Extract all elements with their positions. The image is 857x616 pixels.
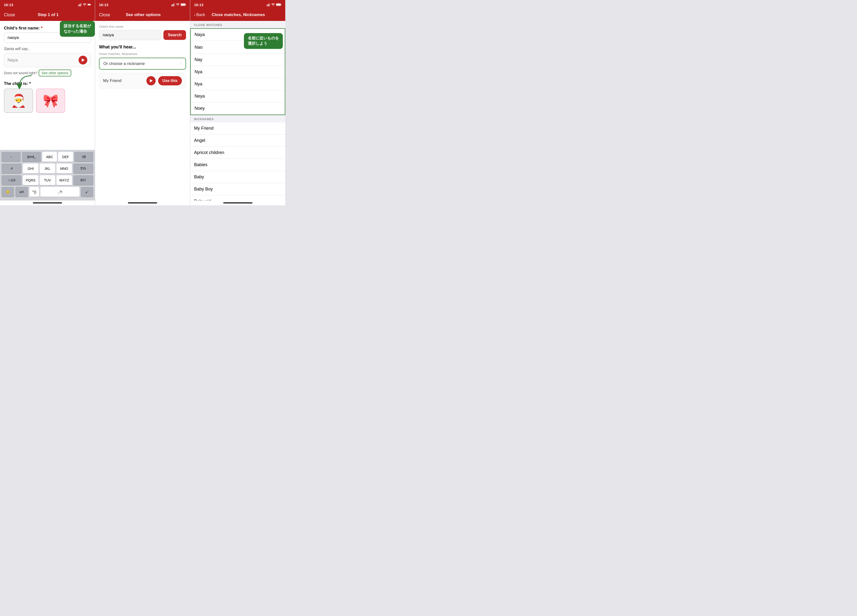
nav-title-2: See other options: [113, 12, 174, 17]
svg-marker-13: [150, 79, 153, 82]
panel1-content: 該当する名前が なかった場合 Child's first name: * San…: [0, 21, 95, 150]
close-matches-header: CLOSE MATCHES: [190, 21, 285, 28]
green-arrow-1: [15, 74, 34, 89]
child-options: 🎅 🎀: [4, 88, 91, 113]
nav-title-3: Close matches, Nicknames: [207, 12, 269, 17]
svg-rect-3: [81, 3, 82, 6]
list-item-angel[interactable]: Angel: [190, 135, 285, 147]
home-bar-3: [223, 203, 252, 203]
list-item-nay[interactable]: Nay: [191, 54, 285, 66]
panel2-content: Child's first name: Search What you'll h…: [95, 21, 190, 200]
boy-cookie: 🎅: [11, 93, 26, 108]
kb-def[interactable]: DEF: [58, 152, 73, 162]
kb-row-1: → @#/&_ ABC DEF ⌫: [2, 152, 93, 162]
home-indicator-3: [190, 200, 285, 205]
signal-icon: [78, 3, 82, 6]
kb-abc[interactable]: ABC: [42, 152, 57, 162]
list-item-babies[interactable]: Babies: [190, 159, 285, 171]
close-matches-label-2: Close matches, Nicknames: [99, 52, 186, 56]
svg-rect-15: [268, 4, 268, 6]
svg-rect-5: [88, 4, 90, 5]
panel3-content: CLOSE MATCHES Naya Nao ✓ Nay Nya Nya Ney…: [190, 21, 285, 200]
list-item-babyboy[interactable]: Baby Boy: [190, 183, 285, 195]
list-item-noey[interactable]: Noey: [191, 102, 285, 115]
list-item-babygirl[interactable]: Baby girl: [190, 195, 285, 200]
kb-tuv[interactable]: TUV: [40, 175, 55, 186]
kb-mno[interactable]: MNO: [56, 164, 72, 174]
panel-3: 16:13 ‹ Back Close matches, Nicknames CL…: [190, 0, 285, 205]
status-icons-2: [172, 3, 186, 6]
kb-space-jp[interactable]: 空白: [73, 164, 93, 174]
nickname-option-row[interactable]: Or choose a nickname ›: [99, 58, 186, 70]
kb-emoji[interactable]: 😊: [2, 187, 14, 197]
field-label-text-1: Child's first name:: [4, 26, 40, 30]
list-item-nya1[interactable]: Nya: [191, 66, 285, 78]
search-button[interactable]: Search: [163, 30, 186, 40]
search-input[interactable]: [99, 30, 161, 40]
close-button-1[interactable]: Close: [4, 12, 15, 17]
preview-row: Naya: [4, 53, 91, 67]
kb-backspace[interactable]: ⌫: [74, 152, 93, 162]
kb-case[interactable]: a/A: [15, 187, 28, 197]
status-icons-1: [78, 3, 91, 6]
kb-pqrs[interactable]: PQRS: [23, 175, 39, 186]
kb-mic[interactable]: 🎤: [81, 187, 93, 197]
play-button-result[interactable]: [146, 76, 156, 85]
svg-rect-2: [80, 3, 81, 6]
close-button-2[interactable]: Close: [99, 12, 110, 17]
back-button[interactable]: ‹ Back: [194, 12, 205, 17]
kb-symbols[interactable]: @#/&_: [22, 152, 41, 162]
status-bar-2: 16:13: [95, 0, 190, 9]
annotation-wrapper-1: 該当する名前が なかった場合: [60, 21, 95, 37]
battery-icon: [88, 3, 91, 6]
status-bar-1: 16:13: [0, 0, 95, 9]
home-bar-2: [128, 203, 157, 203]
girl-option[interactable]: 🎀: [36, 88, 65, 113]
panel-2: 16:13 Close See other options Child's fi…: [95, 0, 190, 205]
kb-numbers[interactable]: ☆123: [2, 175, 22, 186]
kb-undo[interactable]: ↺: [2, 164, 22, 174]
kb-punctuation[interactable]: '"(): [29, 187, 39, 197]
status-time-2: 16:13: [99, 3, 108, 7]
list-item-neya[interactable]: Neya: [191, 90, 285, 102]
list-item-apricot[interactable]: Apricot children: [190, 147, 285, 159]
nav-title-1: Step 1 of 1: [17, 12, 79, 17]
kb-jkl[interactable]: JKL: [40, 164, 55, 174]
back-label: Back: [196, 12, 205, 17]
preview-name: Naya: [8, 58, 79, 63]
kb-tab[interactable]: →: [2, 152, 21, 162]
wifi-icon: [83, 3, 86, 6]
svg-rect-19: [276, 4, 280, 5]
wifi-icon-3: [271, 3, 275, 6]
result-row: My Friend Use this: [99, 73, 186, 88]
panel-1: 16:13 Close Step 1 of 1 該当する名前が なかった場合 C…: [0, 0, 95, 205]
svg-rect-16: [269, 3, 269, 6]
svg-rect-10: [174, 3, 175, 6]
kb-ghi[interactable]: GHI: [23, 164, 39, 174]
list-item-nya2[interactable]: Nya: [191, 78, 285, 90]
boy-option[interactable]: 🎅: [4, 88, 33, 113]
annotation-bubble-3: 名前に近いものを選択しよう: [244, 33, 283, 49]
battery-icon-2: [181, 3, 186, 6]
see-other-button-1[interactable]: See other options: [39, 70, 71, 76]
list-item-baby[interactable]: Baby: [190, 171, 285, 183]
kb-wxyz[interactable]: WXYZ: [56, 175, 72, 186]
search-row: Search: [99, 30, 186, 40]
svg-rect-12: [181, 4, 185, 5]
kb-return-jp[interactable]: 改行: [73, 175, 93, 186]
list-item-myfriend[interactable]: My Friend: [190, 122, 285, 135]
battery-icon-3: [276, 3, 282, 6]
kb-period-etc[interactable]: .,?!: [40, 187, 79, 197]
home-bar-1: [33, 203, 62, 203]
chevron-right-icon: ›: [180, 61, 182, 66]
svg-rect-14: [267, 5, 267, 6]
nav-bar-1: Close Step 1 of 1: [0, 9, 95, 21]
nav-bar-3: ‹ Back Close matches, Nicknames: [190, 9, 285, 21]
santa-label: Santa will say...: [4, 47, 91, 51]
use-this-button[interactable]: Use this: [158, 76, 182, 85]
kb-row-2: ↺ GHI JKL MNO 空白: [2, 164, 93, 174]
field-label-small-2: Child's first name:: [99, 25, 186, 28]
play-button-small[interactable]: [79, 56, 87, 65]
nickname-text: Or choose a nickname: [104, 61, 180, 66]
required-asterisk-1: *: [41, 26, 43, 30]
